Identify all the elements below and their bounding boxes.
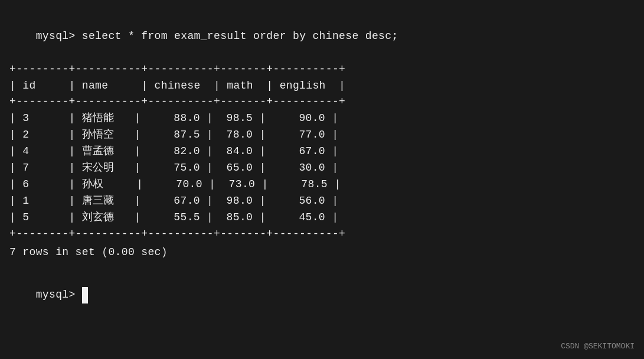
command-line: mysql> select * from exam_result order b…	[9, 12, 635, 61]
table-row: | 4 | 曹孟德 | 82.0 | 84.0 | 67.0 |	[9, 143, 635, 160]
table-row: | 3 | 猪悟能 | 88.0 | 98.5 | 90.0 |	[9, 110, 635, 127]
sql-command: select * from exam_result order by chine…	[82, 30, 398, 42]
prompt-line: mysql>	[9, 270, 635, 320]
terminal: mysql> select * from exam_result order b…	[0, 0, 644, 359]
prompt2-label: mysql>	[36, 289, 82, 301]
table-row: | 5 | 刘玄德 | 55.5 | 85.0 | 45.0 |	[9, 210, 635, 226]
result-footer: 7 rows in set (0.00 sec)	[9, 244, 635, 261]
table-body: | 3 | 猪悟能 | 88.0 | 98.5 | 90.0 || 2 | 孙悟…	[9, 110, 635, 226]
table-row: | 1 | 唐三藏 | 67.0 | 98.0 | 56.0 |	[9, 193, 635, 210]
table-row: | 7 | 宋公明 | 75.0 | 65.0 | 30.0 |	[9, 160, 635, 177]
cursor	[82, 287, 88, 303]
prompt-label: mysql>	[36, 30, 82, 42]
separator-top: +--------+----------+----------+-------+…	[9, 61, 635, 78]
table-row: | 2 | 孙悟空 | 87.5 | 78.0 | 77.0 |	[9, 127, 635, 143]
watermark: CSDN @SEKITOMOKI	[561, 342, 635, 351]
table-header: | id | name | chinese | math | english |	[9, 78, 635, 94]
table-row: | 6 | 孙权 | 70.0 | 73.0 | 78.5 |	[9, 177, 635, 193]
separator-mid: +--------+----------+----------+-------+…	[9, 94, 635, 110]
separator-bottom: +--------+----------+----------+-------+…	[9, 226, 635, 243]
